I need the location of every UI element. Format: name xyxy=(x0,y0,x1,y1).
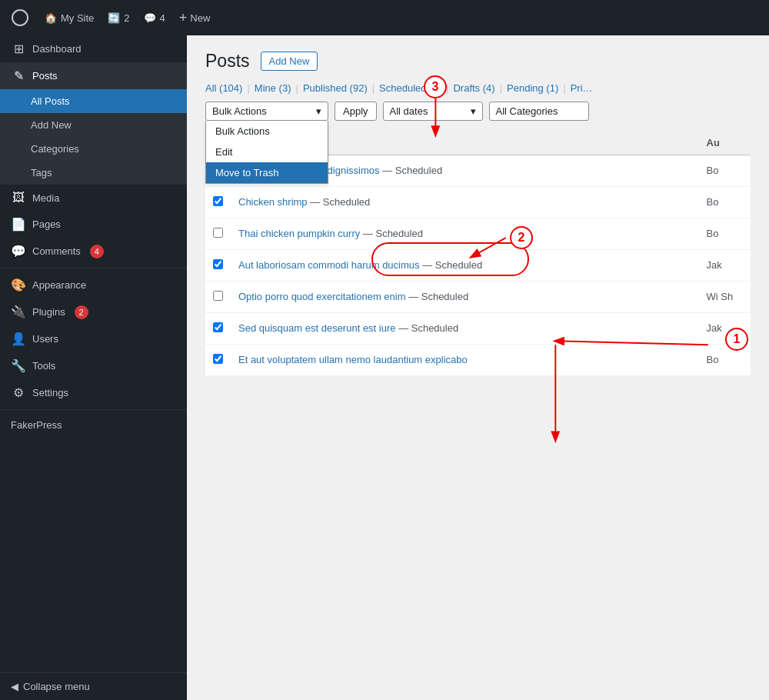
dropdown-move-to-trash[interactable]: Move to Trash xyxy=(206,162,328,183)
author-column-header: Au xyxy=(699,130,751,155)
post-title-link[interactable]: Et aut voluptatem ullam nemo laudantium … xyxy=(238,354,468,365)
post-checkbox[interactable] xyxy=(213,322,223,332)
collapse-menu[interactable]: ◀ Collapse menu xyxy=(0,672,187,700)
post-status: — Scheduled xyxy=(396,322,459,334)
sidebar-label-settings: Settings xyxy=(32,387,68,398)
sidebar: ⊞ Dashboard ✎ Posts All Posts Add New Ca… xyxy=(0,35,187,700)
bulk-actions-wrapper: Bulk Actions ▾ Bulk Actions Edit Move to… xyxy=(205,102,328,121)
post-status: — Scheduled xyxy=(308,196,371,208)
settings-icon: ⚙ xyxy=(11,385,26,400)
sidebar-item-categories[interactable]: Categories xyxy=(0,137,187,161)
sidebar-item-pages[interactable]: 📄 Pages xyxy=(0,211,187,238)
bulk-actions-label: Bulk Actions xyxy=(212,105,267,117)
dashboard-icon: ⊞ xyxy=(11,42,26,56)
comments-icon: 💬 xyxy=(144,12,156,24)
users-icon: 👤 xyxy=(11,332,26,346)
filter-scheduled[interactable]: Scheduled (6) xyxy=(379,82,441,94)
updates-count: 2 xyxy=(124,12,129,24)
sidebar-item-dashboard[interactable]: ⊞ Dashboard xyxy=(0,35,187,62)
categories-label: Categories xyxy=(31,143,79,155)
post-title-link[interactable]: Optio porro quod exercitationem enim xyxy=(238,291,406,302)
sidebar-item-add-new[interactable]: Add New xyxy=(0,113,187,137)
filter-published[interactable]: Published (92) xyxy=(303,82,368,94)
comments-sidebar-icon: 💬 xyxy=(11,244,26,258)
filter-all[interactable]: All (104) xyxy=(205,82,242,94)
sidebar-item-all-posts[interactable]: All Posts xyxy=(0,89,187,113)
sidebar-submenu-posts: All Posts Add New Categories Tags xyxy=(0,89,187,185)
dropdown-edit[interactable]: Edit xyxy=(206,142,328,162)
filter-private[interactable]: Pri… xyxy=(571,82,593,94)
sidebar-label-plugins: Plugins xyxy=(32,306,65,318)
apply-button[interactable]: Apply xyxy=(335,102,377,121)
filter-links: All (104) | Mine (3) | Published (92) | … xyxy=(205,82,751,94)
admin-bar: 🏠 My Site 🔄 2 💬 4 + New xyxy=(0,0,769,35)
sidebar-item-settings[interactable]: ⚙ Settings xyxy=(0,379,187,406)
comments-badge: 4 xyxy=(90,245,104,258)
sidebar-label-posts: Posts xyxy=(32,70,58,82)
adminbar-comments[interactable]: 💬 4 xyxy=(144,12,165,24)
sidebar-item-users[interactable]: 👤 Users xyxy=(0,325,187,352)
collapse-label: Collapse menu xyxy=(23,681,90,692)
add-new-button[interactable]: Add New xyxy=(261,52,318,71)
post-checkbox[interactable] xyxy=(213,354,223,364)
home-icon: 🏠 xyxy=(45,12,57,24)
bulk-actions-chevron: ▾ xyxy=(316,105,321,117)
post-title-link[interactable]: Sed quisquam est deserunt est iure xyxy=(238,322,396,334)
adminbar-updates[interactable]: 🔄 2 xyxy=(108,12,129,24)
table-row: Thai chicken pumpkin curry — ScheduledBo xyxy=(205,218,751,250)
post-checkbox[interactable] xyxy=(213,259,223,269)
post-author: Bo xyxy=(699,187,751,218)
updates-icon: 🔄 xyxy=(108,12,120,24)
sidebar-label-tools: Tools xyxy=(32,360,55,372)
content-area: Posts Add New All (104) | Mine (3) | Pub… xyxy=(187,35,769,700)
post-checkbox[interactable] xyxy=(213,228,223,238)
post-checkbox[interactable] xyxy=(213,196,223,206)
sidebar-item-tags[interactable]: Tags xyxy=(0,161,187,185)
sidebar-label-pages: Pages xyxy=(32,218,61,230)
plus-icon: + xyxy=(179,10,188,26)
site-name: My Site xyxy=(61,12,94,24)
bulk-actions-select[interactable]: Bulk Actions ▾ xyxy=(205,102,328,121)
sidebar-label-media: Media xyxy=(32,192,59,204)
sidebar-label-appearance: Appearance xyxy=(32,279,86,291)
plugins-icon: 🔌 xyxy=(11,305,26,319)
post-status: — Scheduled xyxy=(380,165,443,176)
post-title-link[interactable]: Chicken shrimp xyxy=(238,196,308,208)
post-status: — Scheduled xyxy=(406,291,469,302)
post-status: — Scheduled xyxy=(420,259,483,271)
adminbar-new[interactable]: + New xyxy=(179,10,211,26)
filter-drafts[interactable]: Drafts (4) xyxy=(453,82,494,94)
dropdown-bulk-actions[interactable]: Bulk Actions xyxy=(206,121,328,142)
sidebar-item-posts[interactable]: ✎ Posts xyxy=(0,62,187,89)
post-author: Bo xyxy=(699,155,751,187)
sidebar-item-media[interactable]: 🖼 Media xyxy=(0,185,187,211)
collapse-icon: ◀ xyxy=(11,681,18,692)
page-title: Posts xyxy=(205,51,250,72)
categories-label: All Categories xyxy=(496,105,558,117)
sidebar-item-plugins[interactable]: 🔌 Plugins 2 xyxy=(0,298,187,325)
filter-pending[interactable]: Pending (1) xyxy=(507,82,558,94)
fakerpress-label: FakerPress xyxy=(11,419,62,431)
sidebar-label-comments: Comments xyxy=(32,245,81,257)
post-title-link[interactable]: Thai chicken pumpkin curry xyxy=(238,228,360,239)
categories-select[interactable]: All Categories xyxy=(489,102,589,121)
dates-label: All dates xyxy=(390,105,428,117)
sidebar-item-comments[interactable]: 💬 Comments 4 xyxy=(0,238,187,265)
dates-select[interactable]: All dates ▾ xyxy=(383,102,483,121)
wp-logo[interactable] xyxy=(9,7,31,28)
fakerpress-item[interactable]: FakerPress xyxy=(0,413,187,437)
posts-icon: ✎ xyxy=(11,68,26,83)
post-author: Jak xyxy=(699,250,751,282)
adminbar-mysite[interactable]: 🏠 My Site xyxy=(45,12,94,24)
filter-mine[interactable]: Mine (3) xyxy=(255,82,291,94)
post-checkbox[interactable] xyxy=(213,291,223,301)
sidebar-item-tools[interactable]: 🔧 Tools xyxy=(0,352,187,379)
toolbar-row: Bulk Actions ▾ Bulk Actions Edit Move to… xyxy=(205,102,751,121)
all-posts-label: All Posts xyxy=(31,95,70,107)
new-label: New xyxy=(190,12,210,24)
comments-count: 4 xyxy=(160,12,165,24)
sidebar-item-appearance[interactable]: 🎨 Appearance xyxy=(0,272,187,298)
page-header: Posts Add New xyxy=(205,51,751,72)
table-row: Et aut voluptatem ullam nemo laudantium … xyxy=(205,345,751,376)
post-title-link[interactable]: Aut laboriosam commodi harum ducimus xyxy=(238,259,420,271)
